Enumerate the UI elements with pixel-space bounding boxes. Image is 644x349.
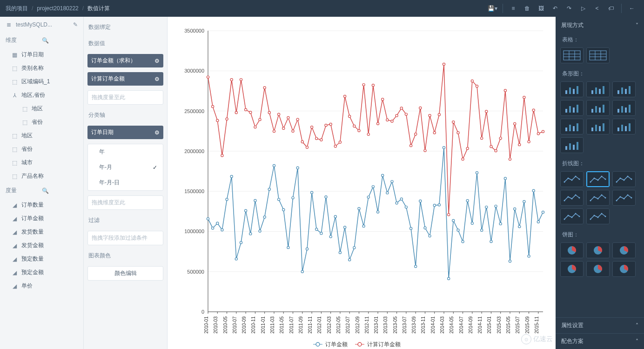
measure-item[interactable]: ◢订单数量 <box>0 198 83 212</box>
dimension-item[interactable]: ⬚省份 <box>0 142 83 156</box>
svg-text:3500000: 3500000 <box>184 28 204 34</box>
drop-measure[interactable]: 拖拽度量至此 <box>87 90 163 105</box>
right-sidebar: 展现方式 ˅ 表格：条形图：折线图：饼图： 属性设置 ˄ 配色方案 ˄ <box>556 17 644 349</box>
chart-thumb[interactable] <box>612 119 636 134</box>
chart-thumb[interactable] <box>612 261 636 277</box>
svg-point-300 <box>616 181 617 183</box>
chart-thumb[interactable] <box>560 261 584 277</box>
redo-icon[interactable]: ↷ <box>563 2 576 15</box>
pill-order-date[interactable]: 订单日期 ⚙ <box>87 126 163 139</box>
svg-point-223 <box>495 149 497 152</box>
svg-point-129 <box>391 181 393 183</box>
play-icon[interactable]: ▷ <box>577 2 590 15</box>
attr-settings-header[interactable]: 属性设置 ˄ <box>556 317 644 333</box>
svg-point-206 <box>415 133 417 135</box>
dimension-item[interactable]: ⅄地区,省份 <box>0 88 83 102</box>
color-scheme-header[interactable]: 配色方案 ˄ <box>556 333 644 349</box>
share-icon[interactable]: < <box>590 2 604 15</box>
drop-filter[interactable]: 拖拽字段添加过滤条件 <box>87 231 163 245</box>
svg-text:1000000: 1000000 <box>184 228 204 234</box>
chart-thumb[interactable] <box>586 242 610 258</box>
measure-item[interactable]: ◢预定数量 <box>0 252 83 266</box>
breadcrumb-sep: / <box>32 5 33 12</box>
pill-calc-order[interactable]: 计算订单金额 ⚙ <box>87 72 163 86</box>
edit-icon[interactable]: ✎ <box>73 21 78 28</box>
tag-icon[interactable]: 🏷 <box>604 2 617 15</box>
chart-thumb[interactable] <box>560 81 584 97</box>
chart-thumb[interactable] <box>586 208 610 224</box>
search-icon[interactable]: 🔍 <box>42 188 78 194</box>
chart-thumb[interactable] <box>612 242 636 258</box>
chart-thumb[interactable] <box>586 190 610 206</box>
measure-item[interactable]: ◢订单金额 <box>0 212 83 225</box>
dimension-item[interactable]: ⬚地区 <box>0 102 83 115</box>
svg-point-215 <box>457 132 459 134</box>
svg-point-172 <box>254 126 256 128</box>
dimension-item[interactable]: ⬚类别名称 <box>0 61 83 75</box>
chart-thumb[interactable] <box>586 81 610 97</box>
topbar: 我的项目 / project20180222 / 数值计算 💾▾ ≡ 🗑 🖼 ↶… <box>0 0 644 17</box>
dimension-item[interactable]: ⬚区域编码_1 <box>0 75 83 88</box>
gear-icon[interactable]: ⚙ <box>154 76 160 82</box>
undo-icon[interactable]: ↶ <box>549 2 562 15</box>
top-actions: 💾▾ ≡ 🗑 🖼 ↶ ↷ ▷ < 🏷 ← <box>486 2 638 15</box>
chart-group-label: 饼图： <box>556 229 644 241</box>
chart-thumb[interactable] <box>560 137 584 153</box>
chart-thumb[interactable] <box>560 100 584 116</box>
chart-thumb[interactable] <box>612 100 636 116</box>
breadcrumb-root[interactable]: 我的项目 <box>6 5 28 13</box>
gear-icon[interactable]: ⚙ <box>154 129 160 136</box>
chart-thumb[interactable] <box>586 261 610 277</box>
color-edit-button[interactable]: 颜色编辑 <box>87 266 163 281</box>
svg-point-213 <box>448 214 450 216</box>
drop-dimension[interactable]: 拖拽维度至此 <box>87 195 163 210</box>
chart-thumb[interactable] <box>560 119 584 134</box>
svg-point-321 <box>568 215 569 216</box>
svg-rect-279 <box>595 125 597 131</box>
image-icon[interactable]: 🖼 <box>535 2 548 15</box>
chart-thumb[interactable] <box>560 190 584 206</box>
svg-point-181 <box>296 118 299 121</box>
chart-thumb[interactable] <box>586 119 610 134</box>
chart-thumb[interactable] <box>560 47 584 63</box>
chart-thumb[interactable] <box>586 171 610 187</box>
svg-point-155 <box>514 208 516 210</box>
date-option[interactable]: 年-月✓ <box>88 160 163 175</box>
chart-thumb[interactable] <box>586 47 610 63</box>
back-icon[interactable]: ← <box>625 2 638 15</box>
measure-item[interactable]: ◢发货金额 <box>0 239 83 252</box>
svg-point-148 <box>481 229 483 231</box>
chart-thumb[interactable] <box>612 171 636 187</box>
gear-icon[interactable]: ⚙ <box>154 58 160 64</box>
chart-thumb[interactable] <box>586 100 610 116</box>
display-mode-header[interactable]: 展现方式 ˅ <box>556 17 644 34</box>
breadcrumb-project[interactable]: project20180222 <box>37 5 78 12</box>
measure-icon: ◢ <box>11 283 18 289</box>
chart-thumb[interactable] <box>612 190 636 206</box>
pill-order-sum[interactable]: 订单金额（求和） ⚙ <box>87 54 163 67</box>
menu-icon[interactable]: ≡ <box>507 2 520 15</box>
dimension-item[interactable]: ⬚省份 <box>0 115 83 129</box>
measure-item[interactable]: ◢单价 <box>0 279 83 293</box>
date-option[interactable]: 年-月-日 <box>88 175 163 190</box>
dimension-item[interactable]: ⬚产品名称 <box>0 169 83 183</box>
svg-text:2015-05: 2015-05 <box>506 316 511 334</box>
measure-item[interactable]: ◢预定金额 <box>0 266 83 279</box>
chart-thumb[interactable] <box>612 81 636 97</box>
svg-point-158 <box>528 255 530 257</box>
chart-thumb[interactable] <box>560 208 584 224</box>
svg-text:2010-03: 2010-03 <box>213 316 218 334</box>
chart-thumb[interactable] <box>560 242 584 258</box>
save-icon[interactable]: 💾▾ <box>486 2 499 15</box>
dimension-item[interactable]: ⬚地区 <box>0 129 83 142</box>
svg-point-238 <box>358 342 362 346</box>
dimension-item[interactable]: ▦订单日期 <box>0 48 83 61</box>
date-option[interactable]: 年 <box>88 144 163 160</box>
chart-thumb[interactable] <box>560 171 584 187</box>
measure-item[interactable]: ◢发货数量 <box>0 225 83 239</box>
search-icon[interactable]: 🔍 <box>42 37 78 44</box>
trash-icon[interactable]: 🗑 <box>521 2 534 15</box>
svg-point-177 <box>278 113 280 115</box>
dimension-item[interactable]: ⬚城市 <box>0 156 83 169</box>
svg-point-185 <box>315 137 318 140</box>
